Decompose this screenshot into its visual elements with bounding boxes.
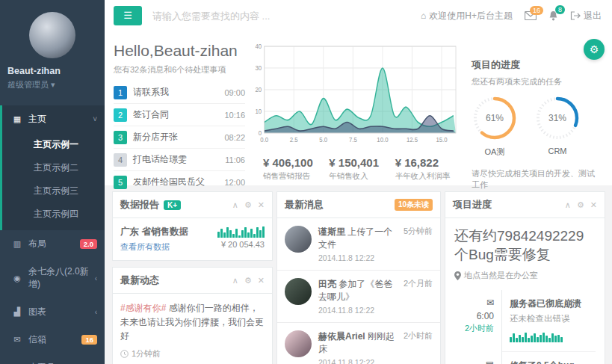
collapse-icon[interactable]: ∧ xyxy=(232,200,238,210)
sidebar-item-home[interactable]: ▦ 主页 ˅ xyxy=(2,105,105,133)
oa-progress-donut: 61% OA测 xyxy=(472,95,518,158)
timeline-content: 修复了0.5个bug 重启服务 xyxy=(502,352,596,364)
section-title: 项目的进度 xyxy=(472,58,602,72)
welcome-text: ⌂ 欢迎使用H+后台主题 xyxy=(421,10,513,22)
sidebar-subitem-example4[interactable]: 主页示例四 xyxy=(2,203,105,226)
panel-tools: ∧ ⚙ ✕ xyxy=(565,200,597,210)
boards-section: 数据报告 K+ ∧ ⚙ ✕ 广东 省销售数据 查看所有数据 xyxy=(105,185,612,364)
donut-ring: 31% xyxy=(534,95,581,144)
timeline-item[interactable]: ▤ 7:00 3小时前 修复了0.5个bug 重启服务 xyxy=(454,352,596,364)
todo-time: 11:06 xyxy=(225,155,245,164)
file-icon: ▤ xyxy=(454,360,494,364)
sidebar-subitem-example1[interactable]: 主页示例一 xyxy=(2,133,105,156)
sidebar-item-label: 余七余八(2.0新增) xyxy=(28,265,95,291)
collapse-icon[interactable]: ∧ xyxy=(232,276,238,286)
message-item[interactable]: 田亮 参加了《爸爸去哪儿》 2014.11.8 12:22 2个月前 xyxy=(277,271,440,323)
sidebar: Beaut-zihan 超级管理员 ▾ ▦ 主页 ˅ 主页示例一 主页示例二 主… xyxy=(0,0,105,364)
sidebar-item-yuqiyuba[interactable]: ◉ 余七余八(2.0新增) ‹ xyxy=(0,258,105,298)
message-sender: 田亮 xyxy=(318,279,336,289)
sidebar-item-widgets[interactable]: ✦ 小工具 xyxy=(0,354,105,364)
wrench-icon[interactable]: ⚙ xyxy=(244,276,252,286)
stat-value: ¥ 406,100 xyxy=(263,156,329,169)
columns-icon: ▥ xyxy=(11,239,23,249)
sales-sparkline xyxy=(217,226,265,238)
hashtag-link[interactable]: #感谢有你# xyxy=(120,303,166,313)
todo-item[interactable]: 1 请联系我 09:00 xyxy=(114,81,245,104)
todo-time: 10:16 xyxy=(224,111,245,120)
collapse-icon[interactable]: ∧ xyxy=(565,200,571,210)
todo-section: Hello,Beaut-zihan 您有32条消息和6个待处理事项 1 请联系我… xyxy=(114,40,245,185)
avatar[interactable] xyxy=(29,12,75,58)
panel-body: 广东 省销售数据 查看所有数据 ¥ 20 054.43 xyxy=(113,218,272,260)
todo-label: 请联系我 xyxy=(133,86,169,99)
todo-item[interactable]: 2 签订合同 10:16 xyxy=(114,104,245,126)
stat-label: 年销售收入 xyxy=(329,171,395,182)
timeline-item[interactable]: ✉ 6:00 2小时前 服务器已彻底崩溃 还未检查出错误 xyxy=(454,290,596,352)
message-item[interactable]: 谨斯里 上传了一个文件 2014.11.8 12:22 5分钟前 xyxy=(277,218,440,271)
close-icon[interactable]: ✕ xyxy=(590,200,597,210)
wrench-icon[interactable]: ⚙ xyxy=(244,200,252,210)
sidebar-item-mailbox[interactable]: ✉ 信箱 16 xyxy=(0,326,105,354)
sign-out-icon xyxy=(570,11,581,20)
panel-header: 最新动态 ∧ ⚙ ✕ xyxy=(113,268,272,294)
timeline-content: 服务器已彻底崩溃 还未检查出错误 xyxy=(502,290,596,352)
view-all-data-link[interactable]: 查看所有数据 xyxy=(120,241,188,253)
home-submenu: 主页示例一 主页示例二 主页示例三 主页示例四 xyxy=(2,133,105,230)
sidebar-item-label: 小工具 xyxy=(28,361,55,364)
user-role-dropdown[interactable]: 超级管理员 ▾ xyxy=(7,79,97,90)
timeline-ago: 2小时前 xyxy=(454,323,494,334)
svg-text:20: 20 xyxy=(255,85,262,93)
messages-panel: 最新消息 10条未读 谨斯里 上传了一个文件 2014.11.8 12:22 5… xyxy=(276,191,441,364)
todo-number-badge: 5 xyxy=(114,176,127,189)
timeline: ✉ 6:00 2小时前 服务器已彻底崩溃 还未检查出错误 xyxy=(454,290,596,364)
donut-label: CRM xyxy=(534,146,581,155)
todo-item[interactable]: 4 打电话给璟雯 11:06 xyxy=(114,149,245,171)
message-time-ago: 2个月前 xyxy=(404,278,433,315)
server-sparkline xyxy=(510,330,591,342)
notifications-button[interactable]: 8 xyxy=(548,10,558,21)
location-text: 地点当然是在办公室 xyxy=(464,270,538,281)
todo-item[interactable]: 5 发邮件给国民岳父 12:00 xyxy=(114,171,245,193)
sidebar-subitem-example3[interactable]: 主页示例三 xyxy=(2,179,105,203)
wrench-icon[interactable]: ⚙ xyxy=(577,200,584,210)
settings-button[interactable]: ⚙ xyxy=(584,39,605,60)
logout-label: 退出 xyxy=(584,10,602,22)
logout-button[interactable]: 退出 xyxy=(570,10,602,22)
dashboard-hero: ⚙ Hello,Beaut-zihan 您有32条消息和6个待处理事项 1 请联… xyxy=(105,31,612,185)
sidebar-nav: ▦ 主页 ˅ 主页示例一 主页示例二 主页示例三 主页示例四 ▥ 布局 2.0 … xyxy=(0,105,105,364)
todo-number-badge: 2 xyxy=(114,108,127,122)
svg-text:31%: 31% xyxy=(548,113,566,123)
message-item[interactable]: 赫依晨Ariel 刚刚起床 2014.11.8 12:22 2小时前 xyxy=(277,323,440,364)
message-sender: 谨斯里 xyxy=(318,226,345,237)
stat-value: ¥ 150,401 xyxy=(329,156,395,169)
sidebar-item-layout[interactable]: ▥ 布局 2.0 xyxy=(0,230,105,258)
donut-row: 61% OA测 31% CRM xyxy=(472,95,602,158)
sidebar-item-charts[interactable]: ▟ 图表 ‹ xyxy=(0,298,105,326)
svg-text:30: 30 xyxy=(255,64,262,72)
report-info: 广东 省销售数据 查看所有数据 xyxy=(120,226,188,253)
search-input[interactable] xyxy=(152,10,339,22)
mail-button[interactable]: 16 xyxy=(525,11,537,20)
todo-item[interactable]: 3 新分店开张 08:22 xyxy=(114,126,245,149)
todo-label: 打电话给璟雯 xyxy=(133,153,187,166)
k-plus-badge: K+ xyxy=(164,200,181,210)
close-icon[interactable]: ✕ xyxy=(258,200,265,210)
main-area: ☰ ⌂ 欢迎使用H+后台主题 16 8 退出 xyxy=(105,0,612,364)
close-icon[interactable]: ✕ xyxy=(258,276,265,286)
svg-text:10: 10 xyxy=(255,107,262,115)
sidebar-active-group: ▦ 主页 ˅ 主页示例一 主页示例二 主页示例三 主页示例四 xyxy=(0,105,105,230)
sidebar-item-label: 信箱 xyxy=(28,333,46,346)
timeline-meta: ✉ 6:00 2小时前 xyxy=(454,290,502,352)
sidebar-toggle-button[interactable]: ☰ xyxy=(114,6,142,25)
svg-text:12.5: 12.5 xyxy=(407,135,418,144)
report-figures: ¥ 20 054.43 xyxy=(217,226,265,253)
svg-text:7.5: 7.5 xyxy=(349,135,357,144)
sidebar-subitem-example2[interactable]: 主页示例二 xyxy=(2,156,105,179)
timeline-desc: 还未检查出错误 xyxy=(510,313,591,324)
todo-number-badge: 4 xyxy=(114,153,127,167)
svg-text:40: 40 xyxy=(255,42,262,50)
sidebar-item-label: 布局 xyxy=(28,238,46,250)
message-sender: 赫依晨Ariel xyxy=(318,331,365,342)
app-root: Beaut-zihan 超级管理员 ▾ ▦ 主页 ˅ 主页示例一 主页示例二 主… xyxy=(0,0,612,364)
home-icon: ⌂ xyxy=(421,10,426,21)
